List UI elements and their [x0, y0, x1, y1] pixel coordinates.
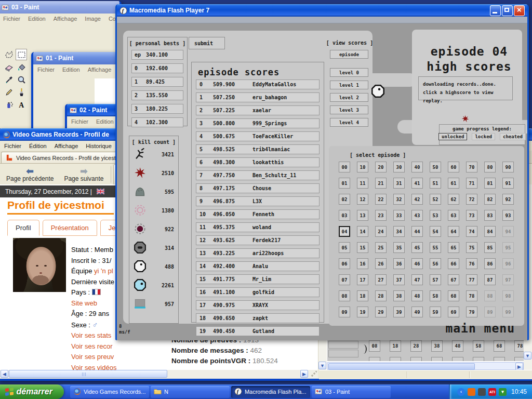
- episode-cell-65[interactable]: 65: [448, 242, 459, 253]
- embedded-episode-cell-18[interactable]: 18: [390, 340, 401, 352]
- view-level-button-3[interactable]: level 3: [330, 105, 368, 114]
- episode-cell-51[interactable]: 51: [430, 178, 441, 189]
- start-button[interactable]: démarrer: [0, 384, 64, 399]
- menu-item-affichage[interactable]: Affichage: [55, 143, 78, 149]
- episode-cell-81[interactable]: 81: [484, 178, 496, 189]
- episode-cell-50[interactable]: 50: [430, 162, 441, 172]
- page-horizontal-scrollbar[interactable]: ◀ ▶: [0, 370, 318, 378]
- menu-item-édition[interactable]: Édition: [29, 143, 47, 149]
- ati-tray-icon[interactable]: ATI: [488, 388, 496, 396]
- uk-flag-icon[interactable]: [95, 188, 105, 195]
- episode-cell-10[interactable]: 10: [357, 162, 368, 172]
- episode-cell-96[interactable]: 96: [502, 258, 514, 269]
- episode-cell-53[interactable]: 53: [430, 210, 441, 221]
- episode-cell-68[interactable]: 68: [448, 290, 459, 301]
- freeform-select-icon[interactable]: [3, 49, 15, 60]
- episode-cell-22[interactable]: 22: [375, 194, 387, 205]
- episode-cell-21[interactable]: 21: [375, 178, 387, 189]
- episode-cell-02[interactable]: 02: [339, 194, 350, 205]
- episode-cell-33[interactable]: 33: [393, 210, 405, 221]
- episode-cell-26[interactable]: 26: [375, 258, 387, 269]
- score-row[interactable]: 16491.100golfkid: [196, 287, 320, 297]
- episode-cell-74[interactable]: 74: [466, 226, 477, 237]
- episode-cell-13[interactable]: 13: [357, 210, 368, 221]
- view-episode-button[interactable]: episode: [330, 50, 368, 59]
- episode-cell-98[interactable]: 98: [502, 290, 514, 301]
- legend-locked-button[interactable]: locked: [472, 133, 495, 140]
- episode-cell-41[interactable]: 41: [411, 178, 423, 189]
- menu-item-edition[interactable]: Edition: [28, 16, 46, 22]
- score-row[interactable]: 3500.800999_Springs: [196, 118, 320, 128]
- score-row[interactable]: 19490.450Gutland: [196, 326, 320, 336]
- episode-cell-14[interactable]: 14: [357, 226, 368, 237]
- score-row[interactable]: 0509.900EddyMataGallos: [196, 79, 320, 89]
- embedded-episode-cell-28[interactable]: 28: [410, 340, 422, 352]
- magnifier-icon[interactable]: [16, 74, 27, 85]
- airbrush-icon[interactable]: [3, 99, 15, 110]
- episode-cell-58[interactable]: 58: [430, 290, 441, 301]
- taskbar-item-macromedia-flash-pla-[interactable]: fMacromedia Flash Pla...: [231, 386, 310, 398]
- episode-cell-35[interactable]: 35: [393, 242, 405, 253]
- scroll-left-button[interactable]: ◀: [1, 370, 8, 378]
- episode-cell-18[interactable]: 18: [357, 290, 368, 301]
- episode-cell-19[interactable]: 19: [357, 307, 368, 317]
- menu-item-fichier[interactable]: Fichier: [37, 66, 55, 73]
- episode-cell-49[interactable]: 49: [411, 307, 423, 317]
- episode-cell-57[interactable]: 57: [430, 274, 441, 285]
- episode-cell-71[interactable]: 71: [466, 178, 477, 189]
- episode-cell-00[interactable]: 00: [339, 162, 350, 172]
- score-row[interactable]: 11495.375woland: [196, 222, 320, 232]
- episode-cell-88[interactable]: 88: [484, 290, 496, 301]
- embedded-episode-cell-48[interactable]: 48: [452, 340, 463, 352]
- score-row[interactable]: 1507.250eru_bahagon: [196, 92, 320, 102]
- episode-cell-92[interactable]: 92: [502, 194, 514, 205]
- episode-cell-86[interactable]: 86: [484, 258, 496, 269]
- episode-cell-47[interactable]: 47: [411, 274, 423, 285]
- episode-cell-05[interactable]: 05: [339, 242, 350, 253]
- forward-button[interactable]: ➡ Page suivante: [59, 164, 109, 185]
- embedded-episode-cell-08[interactable]: 08: [369, 340, 380, 352]
- episode-cell-85[interactable]: 85: [484, 242, 496, 253]
- episode-cell-54[interactable]: 54: [430, 226, 441, 237]
- profile-link[interactable]: Voir ses recor: [71, 342, 112, 350]
- resize-grip[interactable]: [311, 371, 317, 377]
- episode-cell-72[interactable]: 72: [466, 194, 477, 205]
- embedded-episode-cell-68[interactable]: 68: [494, 340, 505, 352]
- scroll-down-button[interactable]: ▼: [524, 352, 531, 360]
- menu-item-affichage[interactable]: Affichage: [54, 16, 77, 22]
- episode-cell-80[interactable]: 80: [484, 162, 496, 172]
- episode-cell-76[interactable]: 76: [466, 258, 477, 269]
- taskbar-item-n[interactable]: N: [151, 386, 230, 398]
- pointer-tray-icon[interactable]: [478, 388, 486, 396]
- episode-cell-07[interactable]: 07: [339, 274, 350, 285]
- menu-item-edition[interactable]: Edition: [62, 66, 80, 73]
- language-tray-icon[interactable]: ▾: [499, 388, 507, 396]
- embedded-horizontal-scrollbar[interactable]: ▶: [327, 362, 524, 370]
- episode-cell-67[interactable]: 67: [448, 274, 459, 285]
- episode-cell-43[interactable]: 43: [411, 210, 423, 221]
- episode-cell-63[interactable]: 63: [448, 210, 459, 221]
- legend-unlocked-button[interactable]: unlocked: [438, 133, 467, 140]
- score-row[interactable]: 12493.625Ferdek217: [196, 235, 320, 245]
- episode-cell-38[interactable]: 38: [393, 290, 405, 301]
- profile-link[interactable]: Site web: [71, 299, 97, 307]
- scroll-down-button[interactable]: ▼: [318, 362, 326, 369]
- episode-cell-45[interactable]: 45: [411, 242, 423, 253]
- embedded-episode-cell-58[interactable]: 58: [473, 340, 484, 352]
- episode-cell-94[interactable]: 94: [502, 226, 514, 237]
- episode-cell-32[interactable]: 32: [393, 194, 405, 205]
- episode-cell-78[interactable]: 78: [466, 290, 477, 301]
- score-row[interactable]: 17490.975XRAYX: [196, 300, 320, 310]
- episode-cell-34[interactable]: 34: [393, 226, 405, 237]
- episode-cell-27[interactable]: 27: [375, 274, 387, 285]
- episode-cell-12[interactable]: 12: [357, 194, 368, 205]
- episode-cell-06[interactable]: 06: [339, 258, 350, 269]
- profile-tab-0[interactable]: Profil: [7, 220, 39, 236]
- episode-cell-46[interactable]: 46: [411, 258, 423, 269]
- taskbar-item-03-paint[interactable]: 03 - Paint: [312, 386, 391, 398]
- collapse-chevron-icon[interactable]: ‹: [457, 388, 465, 396]
- eraser-icon[interactable]: [3, 61, 15, 73]
- episode-cell-62[interactable]: 62: [448, 194, 459, 205]
- maximize-button[interactable]: [502, 5, 513, 16]
- episode-cell-20[interactable]: 20: [375, 162, 387, 172]
